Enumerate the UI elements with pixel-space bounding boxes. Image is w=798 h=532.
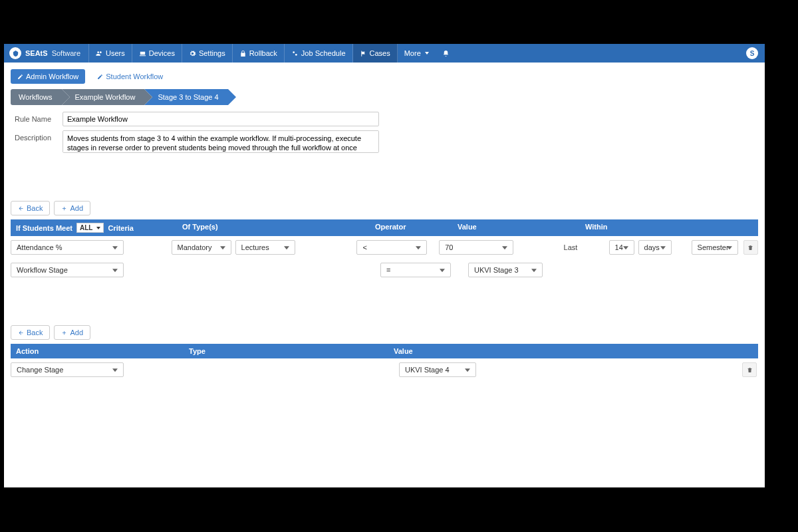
plus-icon — [61, 330, 67, 336]
action-header-type: Type — [184, 344, 388, 358]
tab-student-workflow[interactable]: Student Workflow — [90, 69, 170, 84]
description-label: Description — [15, 130, 63, 142]
action-value: Change Stage — [17, 366, 63, 374]
nav-rollback[interactable]: Rollback — [233, 44, 285, 63]
criteria-all-select[interactable]: ALL — [76, 223, 104, 233]
action-select[interactable]: Change Stage — [11, 362, 124, 377]
nav-more[interactable]: More — [398, 44, 436, 63]
description-input[interactable]: Moves students from stage 3 to 4 within … — [63, 130, 379, 153]
brand[interactable]: SEAtS Software — [4, 44, 89, 63]
tab-student-label: Student Workflow — [106, 72, 163, 80]
tab-admin-workflow[interactable]: Admin Workflow — [11, 69, 85, 84]
value-value: UKVI Stage 3 — [474, 266, 519, 274]
delete-action-button[interactable] — [742, 362, 757, 377]
field-value: Workflow Stage — [17, 266, 68, 274]
nav-jobschedule-label: Job Schedule — [301, 49, 346, 57]
action-value-select[interactable]: UKVI Stage 4 — [399, 362, 476, 377]
criteria-field-select[interactable]: Workflow Stage — [11, 263, 124, 277]
nav-rollback-label: Rollback — [249, 49, 277, 57]
breadcrumb-stage[interactable]: Stage 3 to Stage 4 — [144, 89, 227, 105]
back-icon — [18, 205, 24, 211]
caret-down-icon — [425, 52, 429, 55]
rule-form: Rule Name Description Moves students fro… — [4, 112, 765, 168]
criteria-add-button[interactable]: Add — [54, 201, 90, 215]
criteria-value-select[interactable]: UKVI Stage 3 — [468, 263, 543, 277]
criteria-row: Workflow Stage = UKVI Stage 3 — [4, 259, 765, 281]
nav-cases-label: Cases — [370, 49, 390, 57]
nav-right: S — [739, 47, 765, 59]
back-icon — [18, 330, 24, 336]
criteria-value-select[interactable]: 70 — [439, 240, 513, 255]
meet-post: Criteria — [108, 224, 134, 232]
edit-icon — [97, 74, 103, 80]
all-label: ALL — [80, 224, 92, 231]
action-value-value: UKVI Stage 4 — [405, 366, 450, 374]
nav-cases[interactable]: Cases — [353, 44, 398, 63]
top-nav: SEAtS Software Users Devices Settings Ro… — [4, 44, 765, 63]
within-num: 14 — [615, 243, 623, 251]
criteria-op-select[interactable]: < — [356, 240, 427, 255]
trash-icon — [747, 367, 753, 373]
bell-icon — [442, 50, 450, 57]
svg-point-1 — [295, 53, 297, 55]
plus-icon — [61, 205, 67, 211]
back-label: Back — [27, 329, 43, 336]
user-badge[interactable]: S — [746, 47, 758, 59]
action-header-row: Action Type Value — [11, 344, 758, 358]
criteria-header-types: Of Type(s) — [177, 219, 370, 236]
criteria-op-select[interactable]: = — [380, 263, 451, 277]
flag-icon — [360, 50, 367, 57]
rule-name-label: Rule Name — [15, 112, 63, 123]
nav-jobschedule[interactable]: Job Schedule — [285, 44, 353, 63]
criteria-type1-select[interactable]: Mandatory — [172, 240, 231, 255]
tab-admin-label: Admin Workflow — [26, 72, 78, 80]
criteria-buttons: Back Add — [4, 194, 765, 219]
nav-settings-label: Settings — [199, 49, 225, 57]
workflow-subtabs: Admin Workflow Student Workflow — [4, 63, 765, 89]
criteria-header-row: If Students Meet ALL Criteria Of Type(s)… — [11, 219, 758, 236]
breadcrumb-example[interactable]: Example Workflow — [62, 89, 145, 105]
devices-icon — [139, 50, 146, 57]
within-unit-select[interactable]: days — [638, 240, 672, 255]
action-add-button[interactable]: Add — [54, 325, 90, 340]
criteria-header-operator: Operator — [370, 219, 452, 236]
add-label: Add — [70, 329, 83, 336]
criteria-row: Attendance % Mandatory Lectures < 70 — [4, 236, 765, 259]
criteria-header-value: Value — [452, 219, 580, 236]
svg-point-0 — [293, 51, 295, 53]
cogs-icon — [291, 50, 299, 57]
criteria-back-button[interactable]: Back — [11, 201, 50, 215]
criteria-field-select[interactable]: Attendance % — [11, 240, 124, 255]
brand-sub: Software — [52, 49, 80, 57]
within-scope-select[interactable]: Semester — [692, 240, 738, 255]
op-value: = — [386, 266, 390, 274]
users-icon — [96, 50, 103, 57]
nav-bell[interactable] — [436, 44, 456, 63]
nav-devices-label: Devices — [149, 49, 175, 57]
action-back-button[interactable]: Back — [11, 325, 50, 340]
add-label: Add — [70, 204, 83, 212]
nav-settings[interactable]: Settings — [182, 44, 233, 63]
breadcrumb-workflows[interactable]: Workflows — [11, 89, 62, 105]
within-num-select[interactable]: 14 — [609, 240, 634, 255]
back-label: Back — [27, 204, 43, 212]
delete-criteria-button[interactable] — [743, 240, 758, 255]
meet-pre: If Students Meet — [16, 224, 72, 232]
action-header-value: Value — [388, 344, 742, 358]
nav-users-label: Users — [106, 49, 125, 57]
criteria-type2-select[interactable]: Lectures — [235, 240, 295, 255]
action-buttons: Back Add — [4, 319, 765, 344]
type2-value: Lectures — [241, 243, 269, 251]
criteria-header-meet: If Students Meet ALL Criteria — [11, 219, 177, 236]
within-scope: Semester — [698, 243, 729, 251]
within-last-label: Last — [564, 243, 605, 251]
action-row: Change Stage UKVI Stage 4 — [4, 358, 765, 381]
caret-down-icon — [96, 227, 100, 229]
nav-devices[interactable]: Devices — [132, 44, 182, 63]
nav-more-label: More — [404, 49, 421, 57]
criteria-header-within: Within — [580, 219, 742, 236]
rule-name-input[interactable] — [63, 112, 379, 126]
breadcrumbs: Workflows Example Workflow Stage 3 to St… — [4, 89, 765, 105]
within-unit: days — [644, 243, 660, 251]
nav-users[interactable]: Users — [89, 44, 132, 63]
